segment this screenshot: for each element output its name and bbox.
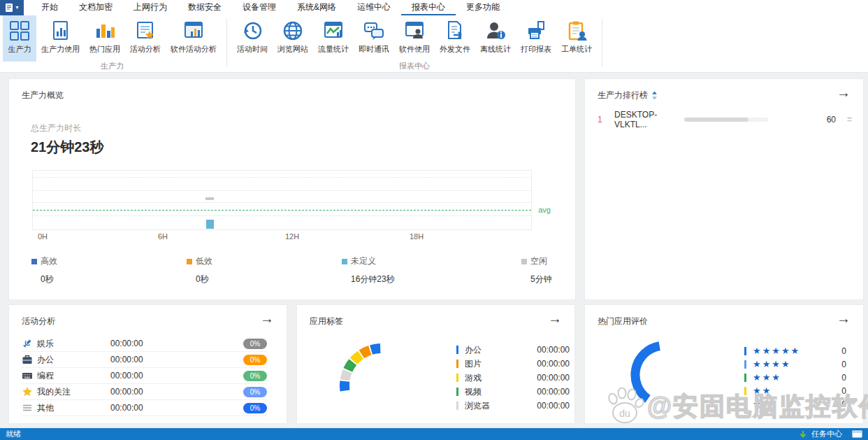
menu-bar: ▾ 开始文档加密上网行为数据安全设备管理系统&网络运维中心报表中心更多功能 [0, 0, 868, 15]
tag-row-browser[interactable]: 浏览器00:00:00 [456, 399, 570, 413]
rating-row-2-star[interactable]: ★★0 [744, 384, 846, 397]
tag-name: 办公 [465, 344, 482, 356]
ribbon-button-browse-sites[interactable]: 浏览网站 [273, 15, 313, 62]
window-icon[interactable] [852, 430, 862, 438]
printer-icon [524, 19, 548, 43]
menu-tabs: 开始文档加密上网行为数据安全设备管理系统&网络运维中心报表中心更多功能 [31, 0, 510, 15]
rating-row-5-star[interactable]: ★★★★★0 [744, 344, 846, 357]
app-tags-legend: 办公00:00:00图片00:00:00游戏00:00:00视频00:00:00… [456, 343, 570, 413]
panel-hot-app-ratings: 热门应用评价 → ★★★★★0★★★★0★★★0★★0★0 [584, 304, 864, 424]
rating-color-marker [744, 374, 746, 382]
rating-count: 0 [841, 346, 846, 356]
star-icons: ★★ [753, 386, 772, 395]
legend-item-未定义: 未定义16分钟23秒 [342, 255, 395, 285]
tag-row-office[interactable]: 办公00:00:00 [456, 343, 570, 357]
ribbon-button-label: 流量统计 [318, 44, 349, 55]
ribbon-separator [602, 19, 602, 66]
rank-number: 1 [598, 115, 614, 125]
menu-tab-more-features[interactable]: 更多功能 [456, 0, 510, 15]
doc-arrow-icon [443, 19, 467, 43]
rating-row-3-star[interactable]: ★★★0 [744, 371, 846, 384]
rating-row-4-star[interactable]: ★★★★0 [744, 357, 846, 371]
menu-tab-ops-center[interactable]: 运维中心 [347, 0, 401, 15]
rating-color-marker [744, 347, 746, 355]
ribbon-button-hot-apps[interactable]: 热门应用 [85, 15, 125, 62]
activity-row-programming[interactable]: 编程00:00:000% [22, 368, 267, 384]
productivity-hourly-chart: avg [32, 170, 532, 230]
activity-row-my-focus[interactable]: 我的关注00:00:000% [22, 384, 267, 400]
legend-value: 0秒 [196, 274, 212, 285]
panel-title: 生产力概览 [22, 90, 64, 101]
ranking-row[interactable]: 1DESKTOP-VLKTL...60= [598, 111, 852, 128]
open-detail-arrow[interactable]: → [548, 311, 562, 325]
activity-time: 00:00:00 [110, 355, 143, 364]
doc-star-icon [133, 19, 157, 43]
open-detail-arrow[interactable]: → [837, 311, 851, 325]
stat-label: 总生产力时长 [31, 122, 104, 134]
tag-time: 00:00:00 [537, 373, 570, 383]
ribbon-button-software-usage[interactable]: 软件使用 [394, 15, 435, 62]
x-axis-tick: 6H [158, 232, 168, 241]
menu-tab-system-network[interactable]: 系统&网络 [287, 0, 347, 15]
menu-tab-device-mgmt[interactable]: 设备管理 [232, 0, 287, 15]
ribbon-button-traffic-stats[interactable]: 流量统计 [313, 15, 354, 62]
ribbon-button-outgoing-files[interactable]: 外发文件 [435, 15, 475, 62]
x-axis-tick: 12H [285, 232, 299, 241]
activity-row-office[interactable]: 办公00:00:000% [22, 352, 267, 368]
ribbon-group-label: 生产力 [0, 61, 224, 71]
ratings-arc-chart [613, 326, 718, 420]
app-menu-button[interactable]: ▾ [0, 0, 24, 15]
ribbon-button-label: 离线统计 [480, 44, 511, 55]
rating-row-1-star[interactable]: ★0 [744, 397, 846, 411]
panel-title: 应用标签 [310, 315, 343, 327]
tag-name: 视频 [465, 386, 482, 398]
tag-row-video[interactable]: 视频00:00:00 [456, 385, 570, 399]
doc-chart-icon [49, 19, 73, 43]
chart-marker-空闲 [205, 197, 214, 200]
tag-time: 00:00:00 [537, 345, 570, 355]
app-tags-arc-chart [322, 330, 441, 424]
menu-tab-doc-encrypt[interactable]: 文档加密 [68, 0, 123, 15]
menu-tab-data-security[interactable]: 数据安全 [178, 0, 232, 15]
activity-time: 00:00:00 [110, 339, 143, 348]
ribbon-button-productivity[interactable]: 生产力 [3, 15, 36, 62]
ribbon-button-software-activity[interactable]: 软件活动分析 [166, 15, 222, 62]
tag-row-pictures[interactable]: 图片00:00:00 [456, 357, 570, 371]
tag-color-marker [456, 360, 458, 368]
open-detail-arrow[interactable]: → [260, 311, 274, 325]
gridline [33, 202, 531, 203]
ribbon-button-productivity-usage[interactable]: 生产力使用 [36, 15, 85, 62]
menu-tab-start[interactable]: 开始 [31, 0, 68, 15]
ribbon-button-offline-stats[interactable]: 离线统计 [475, 15, 516, 62]
rating-count: 0 [841, 399, 846, 409]
legend-value: 5分钟 [530, 274, 552, 285]
ribbon-button-activity-time[interactable]: 活动时间 [232, 15, 273, 62]
activity-rows: 娱乐00:00:000%办公00:00:000%编程00:00:000%我的关注… [22, 336, 267, 416]
tag-row-games[interactable]: 游戏00:00:00 [456, 371, 570, 385]
ribbon-separator [226, 19, 227, 66]
task-center-button[interactable]: 任务中心 [811, 429, 842, 439]
microphone-icon [22, 338, 33, 349]
activity-name: 其他 [37, 402, 110, 414]
open-detail-arrow[interactable]: → [837, 85, 851, 99]
tag-time: 00:00:00 [537, 387, 570, 397]
sort-icon[interactable] [651, 91, 658, 100]
menu-tab-web-behavior[interactable]: 上网行为 [123, 0, 178, 15]
legend-item-低效: 低效0秒 [187, 255, 212, 285]
panel-title: 生产力排行榜 [598, 90, 658, 101]
ribbon-button-activity-analysis[interactable]: 活动分析 [125, 15, 166, 62]
briefcase-icon [22, 354, 33, 365]
chart-bar-未定义 [206, 220, 214, 229]
legend-value: 16分钟23秒 [351, 274, 395, 285]
ribbon-button-ticket-stats[interactable]: 工单统计 [556, 15, 597, 62]
activity-row-entertainment[interactable]: 娱乐00:00:000% [22, 336, 267, 352]
menu-tab-report-center[interactable]: 报表中心 [401, 0, 456, 15]
ribbon-button-instant-messaging[interactable]: 即时通讯 [354, 15, 394, 62]
legend-color-swatch [31, 259, 37, 264]
activity-row-other[interactable]: 其他00:00:000% [22, 400, 267, 416]
ribbon-button-print-report[interactable]: 打印报表 [516, 15, 556, 62]
tag-name: 浏览器 [465, 400, 490, 412]
globe-icon [281, 19, 305, 43]
percent-badge: 0% [243, 403, 267, 413]
average-line-label: avg [538, 206, 551, 214]
